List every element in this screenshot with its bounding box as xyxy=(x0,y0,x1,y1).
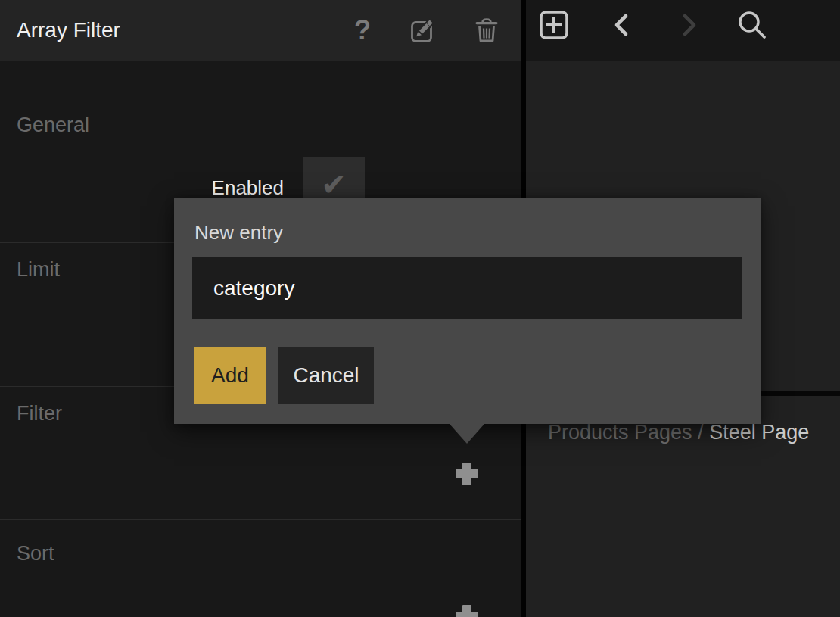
help-button[interactable]: ? xyxy=(345,0,380,61)
nav-forward-button[interactable] xyxy=(677,0,702,50)
enabled-field-label: Enabled xyxy=(136,176,284,200)
breadcrumb: Products Pages / Steel Page xyxy=(548,421,809,444)
edit-button[interactable] xyxy=(405,0,440,61)
plus-icon xyxy=(454,461,480,487)
section-label-filter: Filter xyxy=(17,402,62,425)
breadcrumb-separator: / xyxy=(692,421,710,444)
panel-title: Array Filter xyxy=(17,0,120,61)
search-icon xyxy=(734,8,769,42)
breadcrumb-parent[interactable]: Products Pages xyxy=(548,421,692,444)
help-icon: ? xyxy=(354,14,371,46)
new-entry-input[interactable] xyxy=(192,257,742,319)
section-label-sort: Sort xyxy=(17,542,54,566)
section-label-general: General xyxy=(17,114,89,137)
section-label-limit: Limit xyxy=(17,258,60,282)
new-entry-popup: New entry Add Cancel xyxy=(174,198,761,424)
add-page-button[interactable] xyxy=(536,0,572,50)
chevron-right-icon xyxy=(681,13,698,37)
cancel-button[interactable]: Cancel xyxy=(278,347,374,404)
add-button[interactable]: Add xyxy=(194,347,266,404)
edit-icon xyxy=(409,17,436,44)
search-button[interactable] xyxy=(731,0,772,50)
breadcrumb-current: Steel Page xyxy=(709,421,809,444)
popup-title: New entry xyxy=(194,221,283,245)
plus-icon xyxy=(454,603,480,617)
popup-caret xyxy=(450,424,484,444)
delete-button[interactable] xyxy=(469,0,504,61)
section-divider xyxy=(0,519,521,520)
filter-add-entry-button[interactable] xyxy=(454,461,480,487)
add-page-icon xyxy=(539,10,569,40)
trash-icon xyxy=(474,17,499,43)
chevron-left-icon xyxy=(613,13,630,37)
sort-add-entry-button[interactable] xyxy=(454,603,480,617)
nav-back-button[interactable] xyxy=(608,0,634,50)
